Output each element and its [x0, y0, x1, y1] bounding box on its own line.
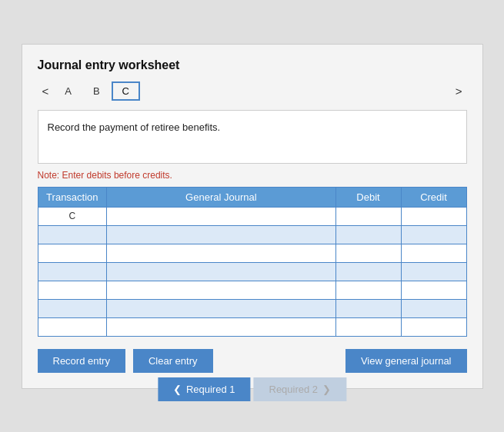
gj-input[interactable]: [110, 322, 332, 333]
gj-cell[interactable]: [107, 317, 335, 336]
page-title: Journal entry worksheet: [38, 58, 467, 72]
next-chevron-icon: ❯: [322, 384, 331, 395]
debit-input[interactable]: [339, 248, 398, 259]
gj-input[interactable]: [110, 304, 332, 314]
col-header-transaction: Transaction: [38, 187, 107, 207]
tab-bar: < A B C >: [38, 81, 467, 101]
table-row: [38, 262, 466, 281]
note-text: Note: Enter debits before credits.: [38, 170, 467, 181]
prev-chevron-icon: ❮: [173, 384, 182, 395]
debit-input[interactable]: [339, 322, 398, 333]
debit-input[interactable]: [339, 267, 398, 277]
tab-prev-button[interactable]: <: [38, 83, 54, 99]
credit-input[interactable]: [405, 248, 463, 259]
table-row: [38, 225, 466, 244]
button-row: Record entry Clear entry View general jo…: [38, 349, 467, 373]
credit-cell[interactable]: [401, 225, 466, 244]
debit-cell[interactable]: [335, 207, 401, 225]
table-row: [38, 244, 466, 262]
gj-cell[interactable]: [107, 225, 335, 244]
credit-input[interactable]: [405, 267, 463, 277]
debit-cell[interactable]: [335, 281, 401, 299]
credit-cell[interactable]: [401, 262, 466, 281]
debit-cell[interactable]: [335, 262, 401, 281]
credit-cell[interactable]: [401, 207, 466, 225]
record-entry-button[interactable]: Record entry: [38, 349, 125, 373]
credit-input[interactable]: [405, 322, 463, 333]
tx-cell: [38, 262, 107, 281]
tab-next-button[interactable]: >: [451, 83, 467, 99]
credit-cell[interactable]: [401, 281, 466, 299]
debit-input[interactable]: [339, 211, 398, 222]
col-header-gj: General Journal: [107, 187, 335, 207]
required1-button[interactable]: ❮ Required 1: [158, 377, 251, 401]
debit-input[interactable]: [339, 304, 398, 314]
credit-cell[interactable]: [401, 244, 466, 262]
gj-cell[interactable]: [107, 244, 335, 262]
debit-cell[interactable]: [335, 317, 401, 336]
gj-input[interactable]: [110, 248, 332, 259]
credit-input[interactable]: [405, 230, 463, 241]
tx-cell: [38, 225, 107, 244]
gj-cell[interactable]: [107, 262, 335, 281]
gj-cell[interactable]: [107, 207, 335, 225]
tx-cell: [38, 281, 107, 299]
required1-label: Required 1: [186, 384, 235, 395]
tx-cell: [38, 299, 107, 317]
journal-table: Transaction General Journal Debit Credit…: [38, 187, 467, 337]
gj-cell[interactable]: [107, 299, 335, 317]
debit-input[interactable]: [339, 285, 398, 296]
credit-input[interactable]: [405, 304, 463, 314]
clear-entry-button[interactable]: Clear entry: [133, 349, 213, 373]
debit-cell[interactable]: [335, 299, 401, 317]
table-row: C: [38, 207, 466, 225]
gj-cell[interactable]: [107, 281, 335, 299]
credit-cell[interactable]: [401, 317, 466, 336]
col-header-credit: Credit: [401, 187, 466, 207]
required2-button[interactable]: Required 2 ❯: [254, 377, 347, 401]
tx-cell: C: [38, 207, 107, 225]
gj-input[interactable]: [110, 285, 332, 296]
credit-input[interactable]: [405, 285, 463, 296]
view-general-journal-button[interactable]: View general journal: [345, 349, 467, 373]
table-row: [38, 317, 466, 336]
tab-b[interactable]: B: [83, 82, 110, 100]
debit-cell[interactable]: [335, 225, 401, 244]
gj-input[interactable]: [110, 211, 332, 222]
gj-input[interactable]: [110, 230, 332, 241]
table-row: [38, 299, 466, 317]
description-box: Record the payment of retiree benefits.: [38, 110, 467, 164]
debit-cell[interactable]: [335, 244, 401, 262]
credit-input[interactable]: [405, 211, 463, 222]
table-row: [38, 281, 466, 299]
debit-input[interactable]: [339, 230, 398, 241]
tab-a[interactable]: A: [55, 82, 82, 100]
credit-cell[interactable]: [401, 299, 466, 317]
tx-cell: [38, 244, 107, 262]
description-text: Record the payment of retiree benefits.: [48, 121, 221, 133]
col-header-debit: Debit: [335, 187, 401, 207]
required2-label: Required 2: [269, 384, 319, 395]
tab-c[interactable]: C: [112, 81, 140, 101]
tx-cell: [38, 317, 107, 336]
gj-input[interactable]: [110, 267, 332, 277]
